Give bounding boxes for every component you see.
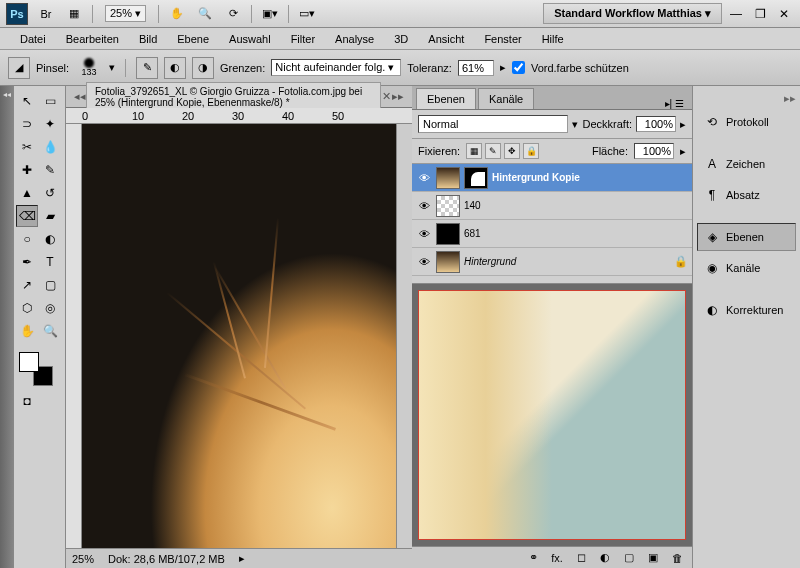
link-icon[interactable]: ⚭	[524, 550, 542, 566]
menu-bild[interactable]: Bild	[129, 30, 167, 48]
menu-ebene[interactable]: Ebene	[167, 30, 219, 48]
dodge-tool[interactable]: ◐	[39, 228, 61, 250]
arrange-icon[interactable]: ▣▾	[258, 4, 282, 24]
healing-tool[interactable]: ✚	[16, 159, 38, 181]
layer-name[interactable]: 681	[464, 228, 688, 239]
wand-tool[interactable]: ✦	[39, 113, 61, 135]
layer-thumb[interactable]	[436, 195, 460, 217]
bridge-icon[interactable]: Br	[34, 4, 58, 24]
type-tool[interactable]: T	[39, 251, 61, 273]
tab-kanaele[interactable]: Kanäle	[478, 88, 534, 109]
screen-mode-icon[interactable]: ▭▾	[295, 4, 319, 24]
dock-protokoll[interactable]: ⟲Protokoll	[697, 108, 796, 136]
adjustment-icon[interactable]: ◐	[596, 550, 614, 566]
path-tool[interactable]: ↗	[16, 274, 38, 296]
minimize-button[interactable]: —	[726, 5, 746, 23]
group-icon[interactable]: ▢	[620, 550, 638, 566]
color-swatches[interactable]	[16, 349, 63, 389]
visibility-icon[interactable]: 👁	[416, 198, 432, 214]
workspace-switcher[interactable]: Standard Workflow Matthias ▾	[543, 3, 722, 24]
mask-icon[interactable]: ◻	[572, 550, 590, 566]
menu-analyse[interactable]: Analyse	[325, 30, 384, 48]
gradient-tool[interactable]: ▰	[39, 205, 61, 227]
navigator-preview[interactable]	[418, 290, 686, 540]
tab-close-icon[interactable]: ✕	[381, 90, 392, 103]
menu-auswahl[interactable]: Auswahl	[219, 30, 281, 48]
fill-field[interactable]: 100%	[634, 143, 674, 159]
shape-tool[interactable]: ▢	[39, 274, 61, 296]
history-brush-tool[interactable]: ↺	[39, 182, 61, 204]
lock-position-icon[interactable]: ✥	[504, 143, 520, 159]
menu-fenster[interactable]: Fenster	[474, 30, 531, 48]
lock-transparency-icon[interactable]: ▦	[466, 143, 482, 159]
menu-ansicht[interactable]: Ansicht	[418, 30, 474, 48]
menu-filter[interactable]: Filter	[281, 30, 325, 48]
layer-name[interactable]: Hintergrund	[464, 256, 670, 267]
brush-preview[interactable]: 133	[75, 58, 103, 78]
left-collapse-bar[interactable]: ◂◂	[0, 86, 14, 568]
menu-3d[interactable]: 3D	[384, 30, 418, 48]
zoom-tool[interactable]: 🔍	[39, 320, 61, 342]
status-doc-info[interactable]: Dok: 28,6 MB/107,2 MB	[108, 553, 225, 565]
mini-bridge-icon[interactable]: ▦	[62, 4, 86, 24]
layer-thumb[interactable]	[436, 223, 460, 245]
brush-tool[interactable]: ✎	[39, 159, 61, 181]
pen-tool[interactable]: ✒	[16, 251, 38, 273]
dock-korrekturen[interactable]: ◐Korrekturen	[697, 296, 796, 324]
tab-next-icon[interactable]: ▸▸	[392, 90, 404, 103]
trash-icon[interactable]: 🗑	[668, 550, 686, 566]
tab-prev-icon[interactable]: ◂◂	[74, 90, 86, 103]
hand-icon[interactable]: ✋	[165, 4, 189, 24]
limits-select[interactable]: Nicht aufeinander folg. ▾	[271, 59, 401, 76]
menu-bearbeiten[interactable]: Bearbeiten	[56, 30, 129, 48]
blend-mode-select[interactable]: Normal	[418, 115, 568, 133]
dock-absatz[interactable]: ¶Absatz	[697, 181, 796, 209]
layer-row[interactable]: 👁 Hintergrund 🔒	[412, 248, 692, 276]
lock-pixels-icon[interactable]: ✎	[485, 143, 501, 159]
bg-eraser-tool[interactable]: ⌫	[16, 205, 38, 227]
layer-row[interactable]: 👁 140	[412, 192, 692, 220]
eyedropper-tool[interactable]: 💧	[39, 136, 61, 158]
layer-name[interactable]: 140	[464, 200, 688, 211]
layer-row[interactable]: 👁 681	[412, 220, 692, 248]
visibility-icon[interactable]: 👁	[416, 170, 432, 186]
status-zoom[interactable]: 25%	[72, 553, 94, 565]
dock-collapse-icon[interactable]: ▸▸	[697, 92, 796, 105]
tool-preset-icon[interactable]: ◢	[8, 57, 30, 79]
menu-hilfe[interactable]: Hilfe	[532, 30, 574, 48]
fx-icon[interactable]: fx.	[548, 550, 566, 566]
hand-tool[interactable]: ✋	[16, 320, 38, 342]
rotate-view-icon[interactable]: ⟳	[221, 4, 245, 24]
3d-camera-tool[interactable]: ◎	[39, 297, 61, 319]
sampling2-icon[interactable]: ◑	[192, 57, 214, 79]
mask-thumb[interactable]	[464, 167, 488, 189]
layer-thumb[interactable]	[436, 167, 460, 189]
lock-all-icon[interactable]: 🔒	[523, 143, 539, 159]
quickmask-tool[interactable]: ◘	[16, 390, 38, 412]
panel-menu-icon[interactable]: ▸| ☰	[661, 98, 688, 109]
3d-tool[interactable]: ⬡	[16, 297, 38, 319]
lasso-tool[interactable]: ⊃	[16, 113, 38, 135]
fg-color-swatch[interactable]	[19, 352, 39, 372]
marquee-tool[interactable]: ▭	[39, 90, 61, 112]
visibility-icon[interactable]: 👁	[416, 226, 432, 242]
sampling-icon[interactable]: ◐	[164, 57, 186, 79]
new-layer-icon[interactable]: ▣	[644, 550, 662, 566]
layer-thumb[interactable]	[436, 251, 460, 273]
zoom-select[interactable]: 25% ▾	[105, 5, 146, 22]
dock-ebenen[interactable]: ◈Ebenen	[697, 223, 796, 251]
document-tab[interactable]: Fotolia_3792651_XL © Giorgio Gruizza - F…	[86, 82, 381, 112]
scrollbar-vertical[interactable]	[396, 124, 412, 548]
tab-ebenen[interactable]: Ebenen	[416, 88, 476, 109]
protect-fg-checkbox[interactable]	[512, 61, 525, 74]
brush-panel-icon[interactable]: ✎	[136, 57, 158, 79]
move-tool[interactable]: ↖	[16, 90, 38, 112]
dock-zeichen[interactable]: AZeichen	[697, 150, 796, 178]
crop-tool[interactable]: ✂	[16, 136, 38, 158]
layer-row[interactable]: 👁 Hintergrund Kopie	[412, 164, 692, 192]
canvas[interactable]	[82, 124, 396, 548]
blur-tool[interactable]: ○	[16, 228, 38, 250]
dock-kanaele[interactable]: ◉Kanäle	[697, 254, 796, 282]
zoom-icon[interactable]: 🔍	[193, 4, 217, 24]
restore-button[interactable]: ❐	[750, 5, 770, 23]
